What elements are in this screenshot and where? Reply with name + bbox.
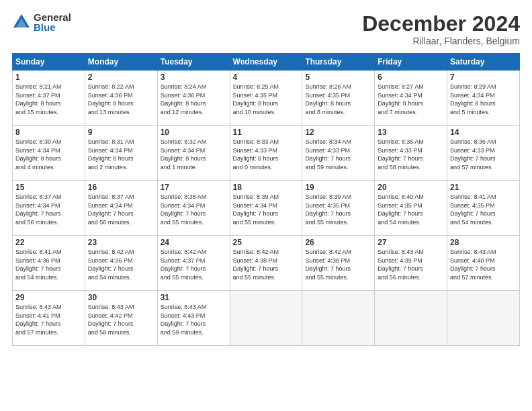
calendar-cell: 27Sunrise: 8:43 AM Sunset: 4:39 PM Dayli… <box>375 236 447 291</box>
day-number: 31 <box>161 293 227 302</box>
col-header-wednesday: Wednesday <box>230 54 302 71</box>
title-block: December 2024 Rillaar, Flanders, Belgium <box>362 12 520 46</box>
day-info: Sunrise: 8:26 AM Sunset: 4:35 PM Dayligh… <box>305 83 371 116</box>
calendar-cell: 13Sunrise: 8:35 AM Sunset: 4:33 PM Dayli… <box>375 126 447 181</box>
day-info: Sunrise: 8:41 AM Sunset: 4:36 PM Dayligh… <box>15 248 82 281</box>
calendar-cell <box>302 291 375 346</box>
day-info: Sunrise: 8:41 AM Sunset: 4:35 PM Dayligh… <box>450 193 517 226</box>
day-info: Sunrise: 8:43 AM Sunset: 4:43 PM Dayligh… <box>161 303 227 336</box>
calendar-cell: 21Sunrise: 8:41 AM Sunset: 4:35 PM Dayli… <box>447 181 520 236</box>
calendar-cell: 31Sunrise: 8:43 AM Sunset: 4:43 PM Dayli… <box>157 291 230 346</box>
day-info: Sunrise: 8:40 AM Sunset: 4:35 PM Dayligh… <box>378 193 444 226</box>
calendar-cell: 20Sunrise: 8:40 AM Sunset: 4:35 PM Dayli… <box>375 181 447 236</box>
day-info: Sunrise: 8:24 AM Sunset: 4:36 PM Dayligh… <box>161 83 227 116</box>
calendar-cell: 30Sunrise: 8:43 AM Sunset: 4:42 PM Dayli… <box>85 291 157 346</box>
calendar-cell: 11Sunrise: 8:33 AM Sunset: 4:33 PM Dayli… <box>230 126 302 181</box>
calendar-row: 1Sunrise: 8:21 AM Sunset: 4:37 PM Daylig… <box>13 71 520 126</box>
day-info: Sunrise: 8:43 AM Sunset: 4:42 PM Dayligh… <box>88 303 154 336</box>
day-info: Sunrise: 8:38 AM Sunset: 4:34 PM Dayligh… <box>161 193 227 226</box>
day-number: 27 <box>378 238 444 247</box>
day-info: Sunrise: 8:43 AM Sunset: 4:41 PM Dayligh… <box>15 303 82 336</box>
day-number: 21 <box>450 183 517 192</box>
calendar-row: 8Sunrise: 8:30 AM Sunset: 4:34 PM Daylig… <box>13 126 520 181</box>
calendar-cell: 24Sunrise: 8:42 AM Sunset: 4:37 PM Dayli… <box>157 236 230 291</box>
logo-icon <box>12 13 31 32</box>
calendar-cell <box>230 291 302 346</box>
day-number: 23 <box>88 238 154 247</box>
col-header-saturday: Saturday <box>447 54 520 71</box>
calendar-cell: 12Sunrise: 8:34 AM Sunset: 4:33 PM Dayli… <box>302 126 375 181</box>
calendar-cell: 15Sunrise: 8:37 AM Sunset: 4:34 PM Dayli… <box>13 181 85 236</box>
day-number: 5 <box>305 73 371 82</box>
calendar-cell: 14Sunrise: 8:36 AM Sunset: 4:33 PM Dayli… <box>447 126 520 181</box>
day-info: Sunrise: 8:29 AM Sunset: 4:34 PM Dayligh… <box>450 83 517 116</box>
calendar-cell: 29Sunrise: 8:43 AM Sunset: 4:41 PM Dayli… <box>13 291 85 346</box>
day-info: Sunrise: 8:42 AM Sunset: 4:37 PM Dayligh… <box>161 248 227 281</box>
day-number: 7 <box>450 73 517 82</box>
day-number: 24 <box>161 238 227 247</box>
logo: General Blue <box>12 12 71 32</box>
calendar-row: 15Sunrise: 8:37 AM Sunset: 4:34 PM Dayli… <box>13 181 520 236</box>
day-info: Sunrise: 8:42 AM Sunset: 4:38 PM Dayligh… <box>305 248 371 281</box>
logo-general: General <box>34 12 71 22</box>
calendar-cell: 19Sunrise: 8:39 AM Sunset: 4:35 PM Dayli… <box>302 181 375 236</box>
day-info: Sunrise: 8:36 AM Sunset: 4:33 PM Dayligh… <box>450 138 517 171</box>
calendar-cell: 22Sunrise: 8:41 AM Sunset: 4:36 PM Dayli… <box>13 236 85 291</box>
location: Rillaar, Flanders, Belgium <box>362 36 520 46</box>
day-number: 15 <box>15 183 82 192</box>
calendar-cell: 18Sunrise: 8:39 AM Sunset: 4:34 PM Dayli… <box>230 181 302 236</box>
header: General Blue December 2024 Rillaar, Flan… <box>12 12 520 46</box>
calendar-cell: 23Sunrise: 8:42 AM Sunset: 4:36 PM Dayli… <box>85 236 157 291</box>
col-header-sunday: Sunday <box>13 54 85 71</box>
day-info: Sunrise: 8:34 AM Sunset: 4:33 PM Dayligh… <box>305 138 371 171</box>
calendar-cell: 1Sunrise: 8:21 AM Sunset: 4:37 PM Daylig… <box>13 71 85 126</box>
header-row: SundayMondayTuesdayWednesdayThursdayFrid… <box>13 54 520 71</box>
day-number: 22 <box>15 238 82 247</box>
day-number: 4 <box>233 73 300 82</box>
day-info: Sunrise: 8:32 AM Sunset: 4:34 PM Dayligh… <box>161 138 227 171</box>
day-number: 16 <box>88 183 154 192</box>
day-info: Sunrise: 8:39 AM Sunset: 4:34 PM Dayligh… <box>233 193 300 226</box>
day-number: 6 <box>378 73 444 82</box>
calendar-cell: 10Sunrise: 8:32 AM Sunset: 4:34 PM Dayli… <box>157 126 230 181</box>
day-number: 25 <box>233 238 300 247</box>
calendar-cell: 8Sunrise: 8:30 AM Sunset: 4:34 PM Daylig… <box>13 126 85 181</box>
day-info: Sunrise: 8:43 AM Sunset: 4:39 PM Dayligh… <box>378 248 444 281</box>
day-info: Sunrise: 8:21 AM Sunset: 4:37 PM Dayligh… <box>15 83 82 116</box>
col-header-tuesday: Tuesday <box>157 54 230 71</box>
day-number: 12 <box>305 128 371 137</box>
calendar-cell <box>375 291 447 346</box>
day-info: Sunrise: 8:25 AM Sunset: 4:35 PM Dayligh… <box>233 83 300 116</box>
day-info: Sunrise: 8:37 AM Sunset: 4:34 PM Dayligh… <box>88 193 154 226</box>
calendar-cell: 7Sunrise: 8:29 AM Sunset: 4:34 PM Daylig… <box>447 71 520 126</box>
day-info: Sunrise: 8:42 AM Sunset: 4:36 PM Dayligh… <box>88 248 154 281</box>
day-number: 14 <box>450 128 517 137</box>
day-info: Sunrise: 8:39 AM Sunset: 4:35 PM Dayligh… <box>305 193 371 226</box>
day-info: Sunrise: 8:33 AM Sunset: 4:33 PM Dayligh… <box>233 138 300 171</box>
calendar-cell: 9Sunrise: 8:31 AM Sunset: 4:34 PM Daylig… <box>85 126 157 181</box>
col-header-monday: Monday <box>85 54 157 71</box>
day-number: 17 <box>161 183 227 192</box>
day-number: 9 <box>88 128 154 137</box>
calendar-body: 1Sunrise: 8:21 AM Sunset: 4:37 PM Daylig… <box>13 71 520 346</box>
page: General Blue December 2024 Rillaar, Flan… <box>0 0 532 411</box>
calendar-cell: 25Sunrise: 8:42 AM Sunset: 4:38 PM Dayli… <box>230 236 302 291</box>
logo-blue: Blue <box>34 22 71 32</box>
calendar-cell <box>447 291 520 346</box>
day-number: 18 <box>233 183 300 192</box>
day-number: 13 <box>378 128 444 137</box>
calendar-cell: 17Sunrise: 8:38 AM Sunset: 4:34 PM Dayli… <box>157 181 230 236</box>
month-title: December 2024 <box>362 12 520 36</box>
calendar-header: SundayMondayTuesdayWednesdayThursdayFrid… <box>13 54 520 71</box>
calendar-cell: 16Sunrise: 8:37 AM Sunset: 4:34 PM Dayli… <box>85 181 157 236</box>
calendar-table: SundayMondayTuesdayWednesdayThursdayFrid… <box>12 53 520 346</box>
calendar-cell: 2Sunrise: 8:22 AM Sunset: 4:36 PM Daylig… <box>85 71 157 126</box>
day-info: Sunrise: 8:43 AM Sunset: 4:40 PM Dayligh… <box>450 248 517 281</box>
day-number: 26 <box>305 238 371 247</box>
day-info: Sunrise: 8:30 AM Sunset: 4:34 PM Dayligh… <box>15 138 82 171</box>
day-number: 1 <box>15 73 82 82</box>
day-number: 30 <box>88 293 154 302</box>
day-info: Sunrise: 8:37 AM Sunset: 4:34 PM Dayligh… <box>15 193 82 226</box>
day-info: Sunrise: 8:42 AM Sunset: 4:38 PM Dayligh… <box>233 248 300 281</box>
day-number: 3 <box>161 73 227 82</box>
